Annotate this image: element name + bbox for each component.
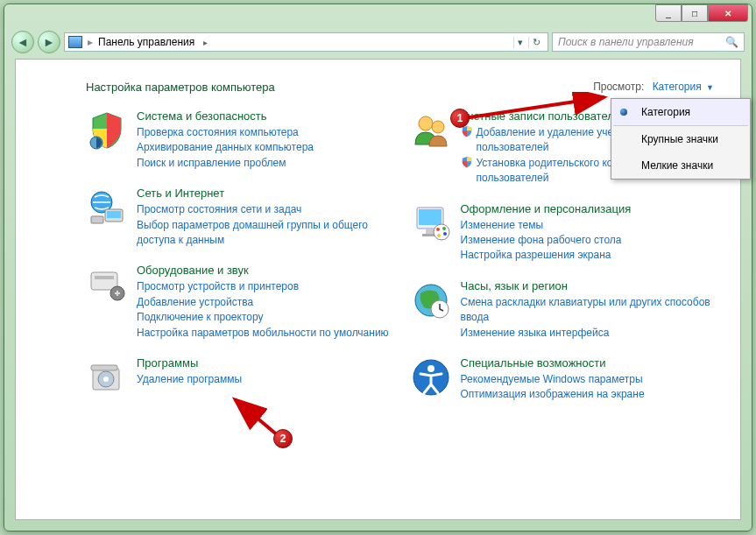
address-dropdown-button[interactable]: ▾ [513,37,526,48]
svg-rect-3 [107,211,121,218]
category-link[interactable]: Изменение фона рабочего стола [461,233,632,248]
accessibility-icon [410,356,452,398]
view-dropdown-menu: Категория Крупные значки Мелкие значки [611,98,751,180]
back-button[interactable]: ◄ [11,31,34,53]
view-selector: Просмотр: Категория ▼ [593,81,714,93]
category-appearance: Оформление и персонализация Изменение те… [410,202,717,264]
system-security-icon [86,109,128,151]
category-title[interactable]: Оформление и персонализация [461,202,632,215]
category-title[interactable]: Часы, язык и регион [461,279,717,292]
dropdown-item-large-icons[interactable]: Крупные значки [611,126,750,152]
maximize-button[interactable]: □ [682,4,708,22]
svg-rect-4 [91,216,103,223]
control-panel-icon [68,36,82,48]
category-title[interactable]: Программы [137,356,242,370]
view-dropdown-button[interactable]: Категория ▼ [653,81,714,93]
category-link[interactable]: Настройка разрешения экрана [461,248,632,263]
left-column: Система и безопасность Проверка состояни… [86,109,392,419]
category-link[interactable]: Настройка параметров мобильности по умол… [137,326,389,341]
svg-rect-16 [426,229,435,234]
dropdown-item-small-icons[interactable]: Мелкие значки [611,152,750,179]
category-title[interactable]: Специальные возможности [461,356,645,370]
svg-point-20 [442,227,446,230]
category-programs: Программы Удаление программы [86,356,392,398]
breadcrumb-separator: ▸ [88,36,93,48]
category-link[interactable]: Проверка состояния компьютера [137,125,314,140]
minimize-button[interactable]: _ [655,4,682,22]
view-label: Просмотр: [593,81,644,93]
address-bar[interactable]: ▸ Панель управления ▸ ▾ ↻ [64,32,548,52]
svg-point-21 [443,232,447,236]
category-link[interactable]: Добавление устройства [137,295,389,310]
category-link[interactable]: Подключение к проектору [137,310,389,325]
dropdown-item-category[interactable]: Категория [611,99,750,125]
appearance-icon [410,202,452,244]
category-link[interactable]: Оптимизация изображения на экране [461,387,645,402]
category-system-security: Система и безопасность Проверка состояни… [86,109,392,171]
svg-point-10 [103,377,109,382]
svg-rect-15 [419,209,442,225]
navigation-bar: ◄ ► ▸ Панель управления ▸ ▾ ↻ Поиск в па… [4,29,752,55]
svg-point-19 [436,228,440,231]
search-input[interactable]: Поиск в панели управления 🔍 [552,32,745,52]
svg-point-26 [427,365,435,372]
category-link[interactable]: Изменение темы [461,218,632,233]
category-clock-region: Часы, язык и регион Смена раскладки клав… [410,279,717,341]
svg-point-12 [419,116,433,130]
titlebar: _ □ ✕ [4,4,752,29]
category-link[interactable]: Поиск и исправление проблем [137,156,314,171]
programs-icon [86,356,128,398]
uac-shield-icon [461,156,473,168]
breadcrumb-item[interactable]: Панель управления [98,36,194,48]
category-hardware-sound: Оборудование и звук Просмотр устройств и… [86,264,392,341]
category-link[interactable]: Выбор параметров домашней группы и общег… [137,218,392,249]
forward-button[interactable]: ► [38,31,60,53]
clock-region-icon [410,279,452,321]
svg-point-13 [432,121,444,133]
svg-point-18 [434,224,449,240]
category-link[interactable]: Рекомендуемые Windows параметры [461,372,645,387]
category-title[interactable]: Система и безопасность [137,109,314,123]
search-placeholder: Поиск в панели управления [558,36,694,48]
svg-rect-11 [91,365,117,370]
category-link[interactable]: Просмотр устройств и принтеров [137,279,389,294]
window-frame: _ □ ✕ ◄ ► ▸ Панель управления ▸ ▾ ↻ Поис… [4,4,752,531]
category-link[interactable]: Изменение языка интерфейса [461,326,717,341]
category-link[interactable]: Архивирование данных компьютера [137,140,314,155]
svg-point-22 [437,234,441,237]
user-accounts-icon [410,109,452,151]
network-icon [86,187,128,229]
svg-rect-6 [95,276,114,279]
category-link-uninstall[interactable]: Удаление программы [137,372,242,387]
category-title[interactable]: Сеть и Интернет [137,187,392,200]
category-link[interactable]: Смена раскладки клавиатуры или других сп… [461,295,717,326]
refresh-button[interactable]: ↻ [528,37,544,48]
breadcrumb-chevron[interactable]: ▸ [203,38,208,47]
category-link[interactable]: Просмотр состояния сети и задач [137,202,392,217]
uac-shield-icon [461,125,473,137]
category-title[interactable]: Оборудование и звук [137,264,389,277]
category-network: Сеть и Интернет Просмотр состояния сети … [86,187,392,248]
search-icon[interactable]: 🔍 [725,36,738,48]
category-accessibility: Специальные возможности Рекомендуемые Wi… [410,356,717,403]
close-button[interactable]: ✕ [708,4,748,22]
hardware-sound-icon [86,264,128,306]
